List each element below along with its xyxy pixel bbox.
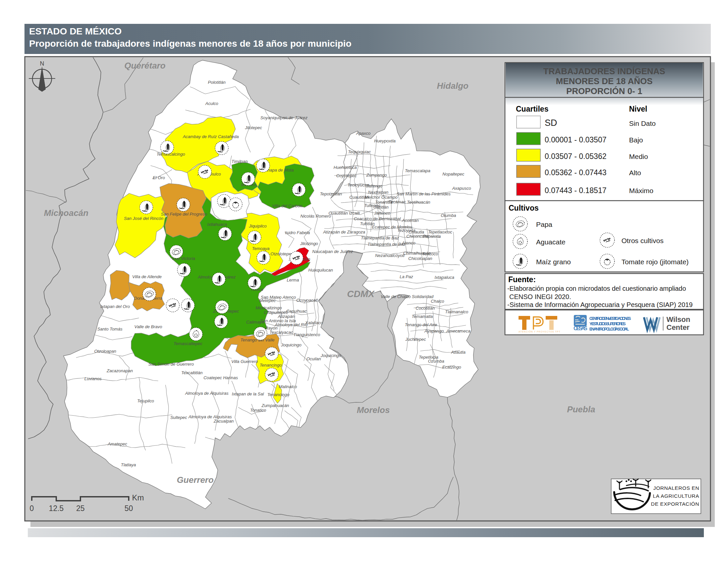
- svg-text:25: 25: [76, 504, 85, 513]
- svg-text:Querétaro: Querétaro: [124, 61, 165, 70]
- svg-text:Morelos: Morelos: [357, 405, 390, 415]
- svg-text:Naucalpan de Juárez: Naucalpan de Juárez: [312, 249, 353, 254]
- svg-text:Tomate rojo (jitomate): Tomate rojo (jitomate): [621, 258, 689, 265]
- svg-text:Chalco: Chalco: [431, 299, 444, 304]
- svg-text:EN ANTROPOLOGÍA SOCIAL: EN ANTROPOLOGÍA SOCIAL: [589, 327, 629, 332]
- svg-text:SD: SD: [545, 118, 557, 128]
- svg-text:Otros cultivos: Otros cultivos: [621, 237, 663, 244]
- svg-text:Tianguistenco: Tianguistenco: [294, 332, 320, 337]
- svg-text:Ozumba: Ozumba: [428, 359, 444, 364]
- svg-text:Tequixquiac: Tequixquiac: [348, 149, 371, 154]
- svg-text:DE EXPORTACIÓN: DE EXPORTACIÓN: [651, 501, 699, 507]
- svg-text:Zumpango: Zumpango: [366, 172, 387, 177]
- svg-text:Timilpan: Timilpan: [231, 159, 248, 164]
- svg-text:0: 0: [30, 504, 34, 513]
- svg-text:Capulhuac: Capulhuac: [286, 309, 307, 314]
- svg-text:Jiquipilco: Jiquipilco: [249, 223, 266, 228]
- svg-text:Temamatla: Temamatla: [412, 314, 433, 319]
- svg-text:Jilotzingo: Jilotzingo: [300, 241, 318, 246]
- svg-text:0.07443 - 0.18517: 0.07443 - 0.18517: [545, 186, 607, 195]
- svg-text:-Elaboración propia con microd: -Elaboración propia con microdatos del c…: [507, 285, 686, 292]
- svg-text:Tejupilco: Tejupilco: [137, 399, 154, 403]
- svg-text:CDMX: CDMX: [347, 289, 375, 299]
- svg-text:Acambay de Ruíz Castañeda: Acambay de Ruíz Castañeda: [182, 134, 239, 139]
- svg-text:Jilotepec: Jilotepec: [245, 125, 262, 130]
- svg-text:Medio: Medio: [629, 153, 648, 160]
- svg-text:Tenancingo: Tenancingo: [267, 392, 290, 397]
- svg-text:Nicolás Romero: Nicolás Romero: [300, 213, 331, 218]
- svg-text:Tlalnepantla de Baz: Tlalnepantla de Baz: [361, 235, 399, 240]
- svg-text:Tlalmanalco: Tlalmanalco: [445, 309, 468, 314]
- svg-text:Ecatzingo: Ecatzingo: [442, 365, 461, 370]
- svg-text:Juchitepec: Juchitepec: [405, 337, 426, 342]
- svg-text:Cuartiles: Cuartiles: [516, 105, 548, 113]
- svg-text:Chicoloapan: Chicoloapan: [408, 256, 432, 261]
- svg-text:Polotitlán: Polotitlán: [208, 80, 225, 85]
- svg-text:Maíz grano: Maíz grano: [536, 258, 571, 265]
- svg-text:Temascalapa: Temascalapa: [405, 168, 431, 173]
- svg-text:Y ESTUDIOS SUPERIORES: Y ESTUDIOS SUPERIORES: [589, 321, 626, 326]
- svg-text:Máximo: Máximo: [629, 187, 654, 194]
- svg-text:ESTADO DE MÉXICO: ESTADO DE MÉXICO: [29, 26, 122, 36]
- svg-text:-Sistema de Información Agrope: -Sistema de Información Agropecuaria y P…: [507, 301, 693, 308]
- svg-text:Jaltenco: Jaltenco: [374, 211, 390, 215]
- svg-text:Otzoloapan: Otzoloapan: [94, 349, 116, 354]
- svg-text:Otzolotepec: Otzolotepec: [270, 251, 294, 256]
- svg-text:Fuente:: Fuente:: [508, 275, 536, 284]
- svg-text:Cuautitlán Izcalli: Cuautitlán Izcalli: [329, 211, 360, 215]
- svg-text:Apaxco: Apaxco: [356, 131, 370, 136]
- svg-text:Papalotla: Papalotla: [423, 234, 441, 239]
- svg-text:Tlalnepantla de Baz: Tlalnepantla de Baz: [368, 242, 406, 247]
- svg-text:Joquicingo: Joquicingo: [320, 353, 341, 358]
- svg-text:Tenango del Aire: Tenango del Aire: [405, 322, 437, 327]
- svg-text:Almoloya del Río: Almoloya del Río: [275, 322, 307, 327]
- svg-text:Ayapango: Ayapango: [424, 329, 444, 334]
- svg-text:Nivel: Nivel: [629, 105, 647, 113]
- svg-text:Bajo: Bajo: [629, 136, 643, 144]
- svg-text:San Martín de las Pirámides: San Martín de las Pirámides: [396, 191, 451, 196]
- svg-text:0.00001 - 0.03507: 0.00001 - 0.03507: [545, 135, 607, 144]
- svg-text:ATENCIÓN Y PROYECTOS TPT: ATENCIÓN Y PROYECTOS TPT: [519, 330, 561, 333]
- svg-text:Ixtapaluca: Ixtapaluca: [434, 275, 454, 280]
- svg-text:Alto: Alto: [629, 169, 641, 176]
- svg-text:Santo Tomás: Santo Tomás: [97, 327, 123, 332]
- svg-text:0.03507 - 0.05362: 0.03507 - 0.05362: [545, 152, 607, 161]
- svg-text:Zacualpan: Zacualpan: [213, 419, 234, 424]
- svg-text:Lerma: Lerma: [287, 277, 299, 283]
- svg-text:San Felipe del Progreso: San Felipe del Progreso: [161, 211, 207, 216]
- svg-text:Tonatico: Tonatico: [250, 408, 266, 413]
- svg-text:Luvianos: Luvianos: [84, 376, 102, 381]
- svg-text:Ixtlahuaca: Ixtlahuaca: [207, 222, 227, 227]
- svg-text:MENORES DE 18 AÑOS: MENORES DE 18 AÑOS: [556, 76, 653, 86]
- svg-text:Ecatepec de Morelos: Ecatepec de Morelos: [372, 224, 413, 229]
- svg-text:San José del Rincón: San José del Rincón: [124, 216, 163, 221]
- svg-text:Coatepec Harinas: Coatepec Harinas: [204, 375, 238, 380]
- svg-text:Proporción de trabajadores ind: Proporción de trabajadores indígenas men…: [29, 38, 351, 49]
- svg-text:Hidalgo: Hidalgo: [437, 81, 468, 91]
- svg-text:Atlautla: Atlautla: [451, 350, 465, 355]
- svg-text:Wilson: Wilson: [666, 315, 690, 324]
- svg-text:Melchor Ocampo: Melchor Ocampo: [365, 195, 398, 200]
- svg-text:12.5: 12.5: [49, 504, 64, 513]
- svg-text:Soyaniquilpan de Juárez: Soyaniquilpan de Juárez: [260, 115, 308, 120]
- svg-text:Mexicaltzingo: Mexicaltzingo: [256, 305, 282, 310]
- svg-text:Aculco: Aculco: [205, 101, 218, 106]
- svg-text:El Oro: El Oro: [153, 175, 165, 180]
- svg-text:Axapusco: Axapusco: [452, 186, 471, 191]
- svg-text:Ixtapan de la Sal: Ixtapan de la Sal: [232, 392, 264, 397]
- svg-text:La Paz: La Paz: [400, 274, 413, 279]
- svg-text:N: N: [40, 60, 44, 67]
- svg-text:PROPORCIÓN 0- 1: PROPORCIÓN 0- 1: [566, 86, 642, 96]
- svg-text:Atizapán de Zaragoza: Atizapán de Zaragoza: [323, 229, 365, 234]
- svg-text:Villa del Carbón: Villa del Carbón: [272, 203, 302, 208]
- svg-text:50: 50: [124, 504, 133, 513]
- svg-text:Tultitlán: Tultitlán: [374, 205, 389, 210]
- svg-text:Xalatlaco: Xalatlaco: [305, 320, 323, 325]
- svg-text:Michoacán: Michoacán: [44, 208, 88, 218]
- svg-text:Chimalhuacán: Chimalhuacán: [403, 251, 431, 256]
- svg-text:Tenancingo: Tenancingo: [260, 363, 282, 368]
- svg-text:Huehuetoca: Huehuetoca: [334, 165, 357, 170]
- svg-text:Amatepec: Amatepec: [108, 442, 127, 446]
- svg-text:Ocuilan: Ocuilan: [306, 356, 321, 361]
- svg-text:Ocoyoacac: Ocoyoacac: [296, 298, 318, 303]
